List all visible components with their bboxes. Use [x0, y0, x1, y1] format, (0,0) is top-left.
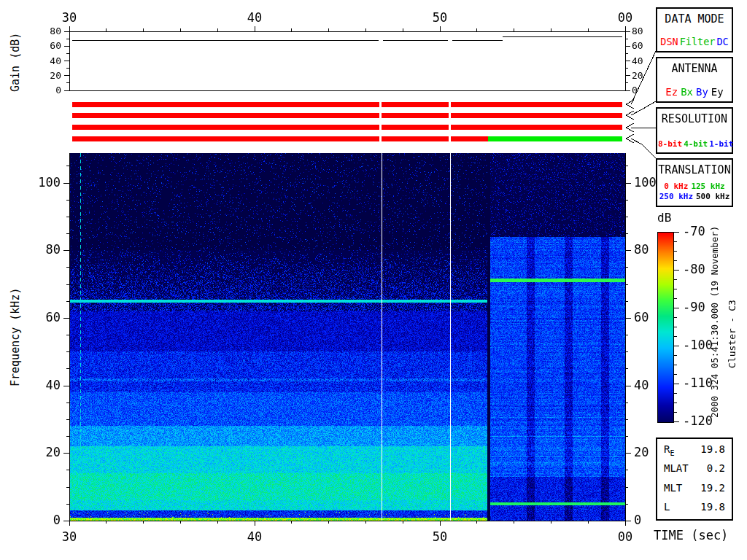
- colorbar-tick-label: -100: [683, 338, 713, 352]
- status-bar-gap: [379, 125, 382, 131]
- gain-tick-label: 60: [50, 40, 61, 51]
- gain-tick-label: 80: [632, 26, 643, 36]
- status-bar-gap: [449, 136, 451, 142]
- legend-box-resolution: RESOLUTION 8-bit4-bit1-bit: [656, 107, 733, 154]
- legend-item-ey: Ey: [711, 86, 724, 98]
- colorbar-tick-label: -110: [683, 376, 713, 390]
- status-bar-gap: [379, 102, 382, 108]
- freq-tick-label: 40: [46, 378, 61, 392]
- legend-items-antenna: EzBxByEy: [657, 86, 732, 101]
- frequency-axis-title: Frequency (kHz): [9, 283, 23, 391]
- legend-arrowhead: [626, 123, 634, 132]
- time-tick-label: 00: [618, 529, 632, 544]
- status-bar-translation: [72, 136, 488, 141]
- status-bar-gap: [379, 136, 382, 142]
- freq-tick-label: 0: [634, 513, 641, 527]
- gain-tick-label: 60: [632, 40, 643, 51]
- colorbar-tick-label: -80: [683, 262, 705, 276]
- legend-items-translation: 0 kHz125 kHz 250 kHz500 kHz: [657, 182, 732, 206]
- legend-item-8bit: 8-bit: [658, 139, 682, 149]
- legend-items-resolution: 8-bit4-bit1-bit: [657, 139, 732, 152]
- colorbar-tick-label: -120: [683, 413, 713, 428]
- timestamp-label: 2000 324 05:41:30.000 (19 November): [709, 221, 722, 422]
- spectrogram-canvas: [69, 153, 625, 521]
- ephemeris-row-mlt: MLT 19.2: [657, 482, 732, 496]
- legend-title-resolution: RESOLUTION: [657, 109, 732, 125]
- time-tick-label: 50: [433, 10, 447, 25]
- legend-title-data-mode: DATA MODE: [657, 9, 732, 26]
- time-tick-label: 30: [62, 529, 77, 544]
- ephemeris-value: 0.2: [707, 462, 725, 476]
- time-tick-label: 50: [433, 529, 447, 544]
- legend-item-1bit: 1-bit: [709, 139, 733, 149]
- time-axis-title: TIME (sec): [654, 528, 728, 542]
- legend-title-translation: TRANSLATION: [657, 160, 732, 176]
- legend-box-translation: TRANSLATION 0 kHz125 kHz 250 kHz500 kHz: [656, 158, 733, 207]
- freq-tick-label: 20: [634, 445, 649, 459]
- freq-tick-label: 80: [634, 242, 649, 257]
- legend-arrowhead: [626, 100, 634, 109]
- legend-items-data-mode: DSNFilterDC: [657, 36, 732, 51]
- freq-tick-label: 60: [634, 310, 649, 324]
- freq-tick-label: 100: [634, 175, 657, 190]
- ephemeris-row-re: RE 19.8: [657, 443, 732, 457]
- legend-item-500khz: 500 kHz: [696, 192, 729, 201]
- legend-item-125khz: 125 kHz: [691, 182, 724, 191]
- gain-tick-label: 20: [50, 70, 61, 81]
- gain-tick-label: 0: [632, 85, 638, 96]
- legend-item-ez: Ez: [665, 86, 678, 98]
- ephemeris-box: RE 19.8 MLAT 0.2 MLT 19.2 L 19.8: [656, 438, 733, 521]
- legend-box-antenna: ANTENNA EzBxByEy: [656, 57, 733, 103]
- gain-axis-title: Gain (dB): [9, 31, 23, 93]
- wbd-spectrogram-display: Gain (dB) Frequency (kHz) 30405000002020…: [0, 0, 747, 560]
- time-tick-label: 40: [247, 529, 262, 544]
- legend-connector: [631, 139, 656, 158]
- gain-tick-label: 40: [632, 55, 643, 66]
- ephemeris-row-l: L 19.8: [657, 501, 732, 515]
- status-bar-resolution: [72, 125, 622, 130]
- ephemeris-value: 19.2: [700, 482, 725, 496]
- freq-tick-label: 60: [46, 310, 61, 324]
- ephemeris-label: RE: [664, 443, 674, 457]
- gain-tick-label: 0: [55, 85, 61, 96]
- spacecraft-label: Cluster - C3: [727, 296, 740, 372]
- gain-tick-label: 20: [632, 70, 643, 81]
- colorbar-tick-label: -70: [683, 224, 705, 238]
- time-tick-label: 40: [247, 10, 262, 25]
- legend-item-bx: Bx: [681, 86, 693, 98]
- status-bar-gap: [379, 113, 382, 119]
- legend-box-data-mode: DATA MODE DSNFilterDC: [656, 7, 733, 52]
- legend-item-250khz: 250 kHz: [659, 192, 693, 201]
- legend-connector: [631, 101, 656, 115]
- legend-item-4bit: 4-bit: [684, 139, 708, 149]
- legend-title-antenna: ANTENNA: [657, 58, 732, 75]
- ephemeris-value: 19.8: [700, 443, 725, 457]
- status-bar-gap: [449, 102, 451, 108]
- time-tick-label: 30: [62, 10, 77, 25]
- ephemeris-value: 19.8: [700, 501, 725, 515]
- legend-arrowhead: [626, 134, 634, 143]
- legend-item-dc: DC: [716, 36, 728, 47]
- gain-tick-label: 40: [50, 55, 61, 66]
- legend-item-by: By: [696, 86, 708, 98]
- colorbar-tick-label: -90: [683, 300, 705, 314]
- legend-item-dsn: DSN: [660, 36, 678, 47]
- ephemeris-row-mlat: MLAT 0.2: [657, 462, 732, 476]
- status-bar-translation: [488, 136, 622, 141]
- colorbar-title: dB: [657, 211, 671, 225]
- legend-item-0khz: 0 kHz: [664, 182, 688, 191]
- status-bar-data-mode: [72, 102, 622, 107]
- colorbar: [657, 232, 674, 423]
- freq-tick-label: 100: [38, 175, 61, 190]
- time-tick-label: 00: [618, 10, 632, 25]
- status-bar-gap: [449, 125, 451, 131]
- legend-connector: [631, 51, 656, 104]
- ephemeris-label: L: [664, 501, 670, 515]
- freq-tick-label: 40: [634, 378, 649, 392]
- freq-tick-label: 0: [53, 513, 61, 527]
- ephemeris-label: MLAT: [664, 462, 689, 476]
- freq-tick-label: 20: [46, 445, 61, 459]
- status-bar-antenna: [72, 113, 622, 118]
- freq-tick-label: 80: [46, 242, 61, 257]
- ephemeris-label: MLT: [664, 482, 682, 496]
